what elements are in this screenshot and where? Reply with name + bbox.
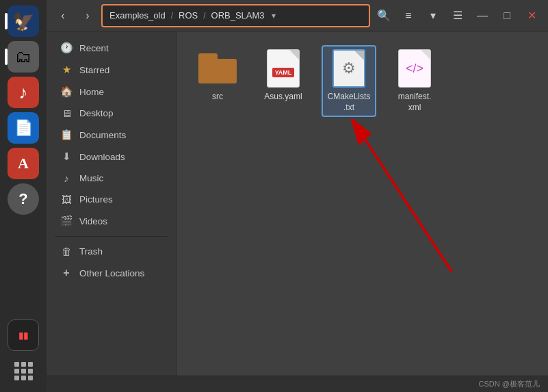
clock-icon: 🕐 <box>60 42 73 54</box>
files-icon: 🗂 <box>15 47 31 66</box>
breadcrumb-orbslam[interactable]: ORB_SLAM3 <box>209 9 268 22</box>
maximize-button[interactable]: □ <box>496 5 518 27</box>
sidebar-item-starred[interactable]: ★ Starred <box>49 59 173 81</box>
desktop-icon: 🖥 <box>60 107 73 119</box>
yaml-file-icon-asus: YAML <box>264 49 302 88</box>
sidebar-item-music[interactable]: ♪ Music <box>49 168 173 189</box>
sidebar-item-recent[interactable]: 🕐 Recent <box>49 37 173 59</box>
file-name-src: src <box>212 92 223 103</box>
dock-help[interactable]: ? <box>8 183 39 215</box>
videos-icon: 🎬 <box>60 215 73 227</box>
watermark-text: CSDN @极客范儿 <box>479 379 540 389</box>
sidebar-label-trash: Trash <box>79 246 103 257</box>
trash-icon: 🗑 <box>60 246 73 257</box>
files-area: src YAML Asus.yaml <box>177 31 548 376</box>
dock-writer[interactable]: 📄 <box>8 112 39 144</box>
search-button[interactable]: 🔍 <box>373 5 395 27</box>
sidebar-label-desktop: Desktop <box>79 108 114 118</box>
thunderbird-icon: 🦅 <box>12 11 34 32</box>
sidebar-label-starred: Starred <box>79 65 109 75</box>
content-area: 🕐 Recent ★ Starred 🏠 Home 🖥 Desktop 📋 Do… <box>47 31 548 376</box>
sidebar-label-home: Home <box>79 87 104 97</box>
file-item-manifest-xml[interactable]: </> manifest. xml <box>387 45 442 117</box>
sidebar-item-other-locations[interactable]: + Other Locations <box>49 262 173 284</box>
files-grid: src YAML Asus.yaml <box>190 45 534 117</box>
file-manager: ‹ › Examples_old / ROS / ORB_SLAM3 ▾ 🔍 ≡… <box>47 0 548 392</box>
dock-rhythmbox[interactable]: ♪ <box>8 77 39 108</box>
grid-dots-icon <box>14 362 33 380</box>
help-icon: ? <box>18 190 27 208</box>
breadcrumb-bar: Examples_old / ROS / ORB_SLAM3 ▾ <box>101 4 370 27</box>
breadcrumb-sep-1: / <box>171 11 173 21</box>
star-icon: ★ <box>60 64 73 76</box>
downloads-icon: ⬇ <box>60 151 73 163</box>
writer-icon: 📄 <box>14 119 33 137</box>
breadcrumb-sep-2: / <box>203 11 205 21</box>
plus-icon: + <box>60 267 73 279</box>
sidebar-divider <box>55 236 168 237</box>
file-name-manifest-xml: manifest. xml <box>398 92 432 113</box>
list-view-button[interactable]: ≡ <box>397 5 419 27</box>
breadcrumb-ros[interactable]: ROS <box>176 9 200 22</box>
sidebar: 🕐 Recent ★ Starred 🏠 Home 🖥 Desktop 📋 Do… <box>47 31 177 376</box>
toolbar: ‹ › Examples_old / ROS / ORB_SLAM3 ▾ 🔍 ≡… <box>47 0 548 31</box>
xml-file-icon-manifest: </> <box>395 49 434 88</box>
svg-line-1 <box>352 120 452 272</box>
dock-terminal[interactable]: ▮▮ <box>8 319 39 351</box>
sidebar-label-other-locations: Other Locations <box>79 268 144 278</box>
breadcrumb-dropdown[interactable]: ▾ <box>272 11 276 21</box>
appstore-icon: A <box>18 155 29 172</box>
sidebar-label-downloads: Downloads <box>79 152 125 162</box>
files-active-indicator <box>5 49 8 65</box>
breadcrumb-examples[interactable]: Examples_old <box>107 9 168 22</box>
close-button[interactable]: ✕ <box>521 5 543 27</box>
active-indicator <box>5 13 8 29</box>
view-options-button[interactable]: ▾ <box>422 5 444 27</box>
sidebar-item-documents[interactable]: 📋 Documents <box>49 124 173 146</box>
file-name-asus-yaml: Asus.yaml <box>264 92 302 103</box>
menu-button[interactable]: ☰ <box>447 5 469 27</box>
dock-thunderbird[interactable]: 🦅 <box>8 5 39 37</box>
status-bar: CSDN @极客范儿 <box>47 376 548 392</box>
file-name-cmake: CMakeLists .txt <box>328 92 371 113</box>
rhythmbox-icon: ♪ <box>19 82 28 103</box>
documents-icon: 📋 <box>60 129 73 141</box>
forward-button[interactable]: › <box>77 5 99 27</box>
dock: 🦅 🗂 ♪ 📄 A ? ▮▮ <box>0 0 47 392</box>
toolbar-right: 🔍 ≡ ▾ ☰ — □ ✕ <box>373 5 543 27</box>
sidebar-item-trash[interactable]: 🗑 Trash <box>49 241 173 262</box>
file-item-asus-yaml[interactable]: YAML Asus.yaml <box>256 45 311 107</box>
sidebar-item-videos[interactable]: 🎬 Videos <box>49 210 173 232</box>
pictures-icon: 🖼 <box>60 194 73 205</box>
app-grid-button[interactable] <box>8 355 39 387</box>
file-item-src[interactable]: src <box>190 45 245 107</box>
cmake-file-icon-cmake: ⚙ <box>330 49 368 88</box>
folder-icon-src <box>198 49 237 88</box>
back-button[interactable]: ‹ <box>52 5 74 27</box>
sidebar-item-desktop[interactable]: 🖥 Desktop <box>49 103 173 124</box>
music-icon: ♪ <box>60 172 73 184</box>
sidebar-label-recent: Recent <box>79 43 109 53</box>
sidebar-label-pictures: Pictures <box>79 194 113 205</box>
home-icon: 🏠 <box>60 86 73 98</box>
minimize-button[interactable]: — <box>471 5 493 27</box>
sidebar-item-home[interactable]: 🏠 Home <box>49 81 173 103</box>
terminal-icon: ▮▮ <box>18 330 28 341</box>
sidebar-label-documents: Documents <box>79 130 126 140</box>
dock-files[interactable]: 🗂 <box>8 41 39 73</box>
file-item-cmake[interactable]: ⚙ CMakeLists .txt <box>322 45 376 117</box>
dock-appstore[interactable]: A <box>8 148 39 179</box>
sidebar-label-videos: Videos <box>79 216 107 226</box>
sidebar-item-pictures[interactable]: 🖼 Pictures <box>49 189 173 210</box>
sidebar-item-downloads[interactable]: ⬇ Downloads <box>49 146 173 168</box>
sidebar-label-music: Music <box>79 173 103 183</box>
